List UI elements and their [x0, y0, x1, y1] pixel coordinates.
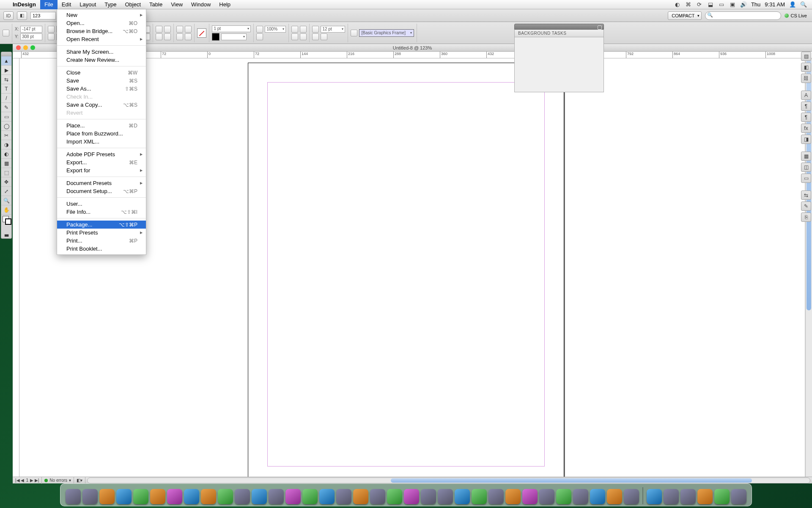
menu-item-open-recent[interactable]: Open Recent: [57, 35, 146, 43]
panel-tab[interactable]: BACKGROUND TASKS: [514, 30, 604, 37]
h-icon[interactable]: [48, 33, 55, 40]
dock-app-icon[interactable]: [302, 489, 318, 504]
minimize-window-icon[interactable]: [23, 45, 28, 50]
fill-stroke-swatches[interactable]: [1, 215, 11, 229]
frame-tool-icon[interactable]: [351, 30, 357, 36]
stroke-color[interactable]: [212, 33, 219, 41]
dock-app-icon[interactable]: [455, 489, 470, 504]
dock-app-icon[interactable]: [421, 489, 436, 504]
menu-layout[interactable]: Layout: [75, 0, 100, 9]
preflight-status[interactable]: No errors ▾: [42, 477, 74, 484]
y-field[interactable]: 308 pt: [20, 33, 42, 40]
display-icon[interactable]: ▭: [718, 1, 725, 8]
menu-help[interactable]: Help: [215, 0, 235, 9]
tool-button[interactable]: ⬚: [1, 168, 11, 177]
tool-button[interactable]: ✋: [1, 205, 11, 215]
menu-item-document-presets[interactable]: Document Presets: [57, 179, 146, 187]
corner-icon[interactable]: [312, 26, 319, 33]
tool-button[interactable]: ▲: [1, 56, 11, 66]
page-nav[interactable]: |◀ ◀ 1 ▶ ▶|: [13, 477, 42, 484]
text-wrap-bbox-icon[interactable]: [300, 26, 307, 33]
menu-item-export[interactable]: Export...⌘E: [57, 158, 146, 166]
dock-app-icon[interactable]: [150, 489, 165, 504]
scrollbar-thumb[interactable]: [391, 478, 752, 483]
flip-v-icon[interactable]: [164, 26, 171, 33]
menu-item-share-my-screen[interactable]: Share My Screen...: [57, 48, 146, 56]
id-icon[interactable]: ID: [3, 11, 14, 20]
panel-button[interactable]: ⇆: [801, 190, 811, 200]
menu-view[interactable]: View: [167, 0, 187, 9]
dock-app-icon[interactable]: [714, 489, 730, 504]
panel-button[interactable]: A: [801, 91, 811, 100]
flip-h-icon[interactable]: [156, 26, 162, 33]
menu-window[interactable]: Window: [187, 0, 215, 9]
display-icon[interactable]: ▣: [729, 1, 736, 8]
dock-app-icon[interactable]: [82, 489, 98, 504]
panel-button[interactable]: ▭: [801, 174, 811, 183]
dock-app-icon[interactable]: [590, 489, 605, 504]
status-icon[interactable]: ◐: [674, 1, 681, 8]
stroke-style[interactable]: [221, 33, 247, 40]
stroke-swatch-icon[interactable]: [5, 218, 11, 225]
tool-button[interactable]: ▭: [1, 112, 11, 121]
text-wrap-shape-icon[interactable]: [291, 33, 298, 40]
vertical-ruler[interactable]: [13, 58, 19, 477]
tool-button[interactable]: ⤢: [1, 187, 11, 196]
dock-app-icon[interactable]: [319, 489, 335, 504]
opacity-field[interactable]: 100%: [265, 26, 286, 33]
menu-item-file-info[interactable]: File Info...⌥⇧⌘I: [57, 208, 146, 216]
select-content-icon[interactable]: [176, 26, 183, 33]
menu-item-save[interactable]: Save⌘S: [57, 77, 146, 85]
dock-app-icon[interactable]: [522, 489, 538, 504]
tool-button[interactable]: ✂: [1, 131, 11, 140]
menu-item-export-for[interactable]: Export for: [57, 166, 146, 174]
dock-app-icon[interactable]: [116, 489, 132, 504]
menu-type[interactable]: Type: [100, 0, 121, 9]
dock-app-icon[interactable]: [505, 489, 521, 504]
dock-app-icon[interactable]: [472, 489, 487, 504]
text-wrap-jump-icon[interactable]: [300, 33, 307, 40]
ref-point-icon[interactable]: [3, 30, 9, 36]
fit-frame-icon[interactable]: [321, 33, 327, 40]
close-window-icon[interactable]: [16, 45, 21, 50]
dock-app-icon[interactable]: [438, 489, 453, 504]
dock-app-icon[interactable]: [218, 489, 233, 504]
volume-icon[interactable]: 🔊: [740, 1, 747, 8]
search-field[interactable]: [705, 11, 781, 20]
dock-app-icon[interactable]: [269, 489, 284, 504]
dock-app-icon[interactable]: [664, 489, 679, 504]
menu-object[interactable]: Object: [121, 0, 145, 9]
dock-app-icon[interactable]: [387, 489, 402, 504]
dock-app-icon[interactable]: [404, 489, 419, 504]
select-next-icon[interactable]: [185, 33, 192, 40]
panel-grip[interactable]: [1, 52, 11, 56]
menu-item-save-a-copy[interactable]: Save a Copy...⌥⌘S: [57, 101, 146, 109]
dock-app-icon[interactable]: [488, 489, 504, 504]
tool-button[interactable]: /: [1, 94, 11, 103]
tool-button[interactable]: ✥: [1, 177, 11, 187]
menu-table[interactable]: Table: [145, 0, 167, 9]
menu-item-document-setup[interactable]: Document Setup...⌥⌘P: [57, 187, 146, 195]
dock-app-icon[interactable]: [556, 489, 571, 504]
fill-swatch[interactable]: [197, 28, 206, 38]
dock-app-icon[interactable]: [680, 489, 696, 504]
dock-app-icon[interactable]: [370, 489, 385, 504]
dock-app-icon[interactable]: [731, 489, 746, 504]
spotlight-icon[interactable]: 🔍: [800, 1, 807, 8]
bridge-icon[interactable]: ◧: [17, 11, 27, 20]
panel-button[interactable]: ◧: [801, 63, 811, 72]
dock-app-icon[interactable]: [99, 489, 115, 504]
page[interactable]: [248, 63, 564, 477]
tool-button[interactable]: ▦: [1, 159, 11, 168]
cs-live-button[interactable]: CS Live: [785, 13, 807, 18]
menu-item-close[interactable]: Close⌘W: [57, 69, 146, 77]
sync-icon[interactable]: ⟳: [696, 1, 703, 8]
menu-item-browse-in-bridge[interactable]: Browse in Bridge...⌥⌘O: [57, 27, 146, 35]
tool-button[interactable]: T: [1, 84, 11, 94]
zoom-field[interactable]: [30, 12, 56, 19]
menu-item-create-new-review[interactable]: Create New Review...: [57, 56, 146, 64]
dock-app-icon[interactable]: [133, 489, 148, 504]
dock-app-icon[interactable]: [167, 489, 182, 504]
view-mode-button[interactable]: ▃: [1, 229, 11, 238]
corner-radius[interactable]: 12 pt: [321, 26, 345, 33]
